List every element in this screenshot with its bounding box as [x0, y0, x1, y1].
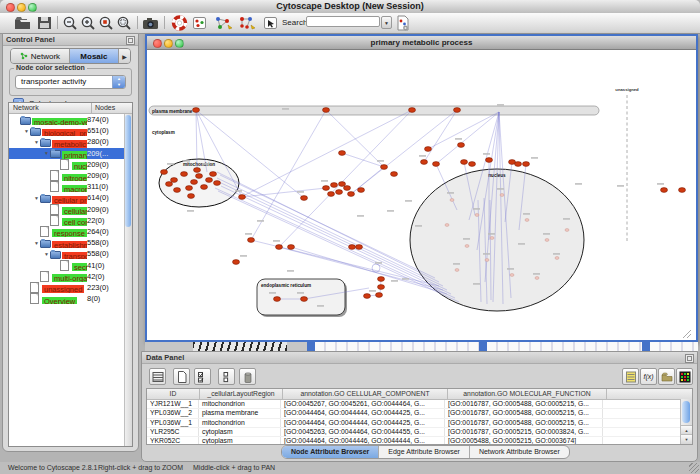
node[interactable]: [214, 181, 221, 186]
layout-network-2-icon[interactable]: [237, 15, 258, 31]
small-node[interactable]: [445, 224, 449, 227]
column-header[interactable]: _cellularLayoutRegion: [200, 389, 283, 399]
tree-row[interactable]: response to stimulu264(0): [9, 226, 125, 237]
tree-row[interactable]: Overview8(0): [9, 293, 125, 304]
column-header[interactable]: ID: [147, 389, 200, 399]
tree-column-network[interactable]: Network: [9, 103, 92, 113]
tree-row[interactable]: nitrogen compo209(0): [9, 170, 125, 181]
node[interactable]: [193, 108, 200, 113]
disclosure-triangle-icon[interactable]: ▼: [39, 150, 49, 156]
small-node[interactable]: [565, 229, 569, 232]
node[interactable]: [288, 245, 295, 250]
small-node[interactable]: [510, 274, 514, 277]
tree-row[interactable]: ▼biological_process651(0): [9, 125, 125, 136]
tree-row[interactable]: cellular metabo209(0): [9, 204, 125, 215]
scroll-down-icon[interactable]: ▼: [681, 434, 692, 444]
node[interactable]: [348, 192, 355, 197]
node[interactable]: [188, 194, 195, 199]
table-row[interactable]: YPL036W__1mitochondrion[GO:0044464, GO:0…: [147, 419, 692, 428]
zoom-view-icon[interactable]: [175, 39, 184, 48]
node[interactable]: [206, 178, 213, 183]
node[interactable]: [323, 186, 330, 191]
zoom-out-icon[interactable]: [62, 15, 79, 31]
zoom-in-icon[interactable]: [80, 15, 97, 31]
node-selection-mode-icon[interactable]: [191, 15, 208, 31]
node[interactable]: [378, 277, 385, 282]
background-window-edge[interactable]: [479, 342, 487, 351]
layout-network-1-icon[interactable]: [213, 15, 234, 31]
tree-row[interactable]: ▼primary metabo209(...: [9, 148, 125, 159]
node[interactable]: [194, 168, 201, 173]
tree-row[interactable]: ▼establishment of lo558(0): [9, 237, 125, 248]
canvas-resize-grip-icon[interactable]: [683, 330, 691, 338]
small-node[interactable]: [525, 219, 529, 222]
node[interactable]: [331, 183, 338, 188]
zoom-fit-icon[interactable]: [116, 15, 133, 31]
small-node[interactable]: [545, 239, 549, 242]
unselect-all-attributes-icon[interactable]: [218, 368, 235, 385]
small-node[interactable]: [555, 257, 559, 260]
minimize-view-icon[interactable]: [164, 39, 173, 48]
node[interactable]: [239, 195, 246, 200]
window-resize-grip[interactable]: [689, 463, 699, 473]
node[interactable]: [349, 245, 356, 250]
node[interactable]: [356, 245, 363, 250]
network-canvas[interactable]: plasma membrane cytoplasm mitochondrion …: [147, 50, 696, 340]
node[interactable]: [409, 108, 416, 113]
node[interactable]: [339, 182, 346, 187]
tree-row[interactable]: nucleobase-209(0): [9, 159, 125, 170]
node[interactable]: [186, 186, 193, 191]
dropdown-stepper-icon[interactable]: ▲▼: [112, 76, 125, 88]
node[interactable]: [364, 294, 371, 299]
node[interactable]: [344, 186, 351, 191]
disclosure-triangle-icon[interactable]: ▼: [19, 128, 29, 134]
node[interactable]: [181, 172, 188, 177]
node[interactable]: [378, 285, 385, 290]
snapshot-camera-icon[interactable]: [142, 15, 159, 31]
close-view-icon[interactable]: [153, 39, 162, 48]
import-network-icon[interactable]: [394, 15, 411, 31]
node[interactable]: [161, 170, 168, 175]
disclosure-triangle-icon[interactable]: ▼: [39, 251, 49, 257]
node[interactable]: [274, 297, 281, 302]
small-node[interactable]: [450, 199, 454, 202]
table-scrollbar[interactable]: ▲ ▼: [680, 399, 692, 444]
node[interactable]: [391, 172, 398, 177]
search-dropdown-arrow-icon[interactable]: ▼: [381, 16, 392, 29]
tree-row[interactable]: unassigned223(0): [9, 282, 125, 293]
node[interactable]: [328, 192, 335, 197]
tree-row[interactable]: ▼cellular process614(0): [9, 192, 125, 203]
node[interactable]: [454, 108, 461, 113]
table-row[interactable]: YJR121W__1mitochondrion[GO:0045267, GO:0…: [147, 400, 692, 409]
tree-row[interactable]: secretion41(0): [9, 259, 125, 270]
disclosure-triangle-icon[interactable]: ▼: [29, 139, 39, 145]
node[interactable]: [486, 158, 493, 163]
node[interactable]: [376, 293, 383, 298]
tab-overflow-arrow-icon[interactable]: ▶: [118, 49, 130, 63]
tab-network[interactable]: Network: [11, 49, 70, 63]
node[interactable]: [336, 190, 343, 195]
node[interactable]: [171, 178, 178, 183]
column-header[interactable]: annotation.GO MOLECULAR_FUNCTION: [448, 389, 607, 399]
search-input[interactable]: [306, 16, 380, 27]
table-row[interactable]: YPL036W__2plasma membrane[GO:0044464, GO…: [147, 409, 692, 418]
attribute-select-icon[interactable]: [149, 368, 166, 385]
small-node[interactable]: [455, 269, 459, 272]
tree-row[interactable]: cell communicat22(0): [9, 215, 125, 226]
minimize-window-icon[interactable]: [17, 3, 26, 12]
node[interactable]: [301, 196, 308, 201]
tree-row[interactable]: multi-organism pro42(0): [9, 271, 125, 282]
select-all-attributes-icon[interactable]: [194, 368, 211, 385]
node[interactable]: [248, 238, 255, 243]
tree-row[interactable]: macromolecule311(0): [9, 181, 125, 192]
float-panel-icon[interactable]: [126, 36, 135, 45]
node[interactable]: [210, 172, 217, 177]
disclosure-triangle-icon[interactable]: ▼: [29, 240, 39, 246]
background-window[interactable]: [315, 342, 479, 351]
tree-scrollbar[interactable]: [124, 114, 132, 446]
function-builder-icon[interactable]: f(x): [640, 368, 657, 385]
tab-node-attribute-browser[interactable]: Node Attribute Browser: [282, 446, 379, 458]
background-window-edge[interactable]: [307, 342, 315, 351]
node-color-dropdown[interactable]: transporter activity ▲▼: [15, 75, 126, 89]
attribute-editor-icon[interactable]: [622, 368, 639, 385]
